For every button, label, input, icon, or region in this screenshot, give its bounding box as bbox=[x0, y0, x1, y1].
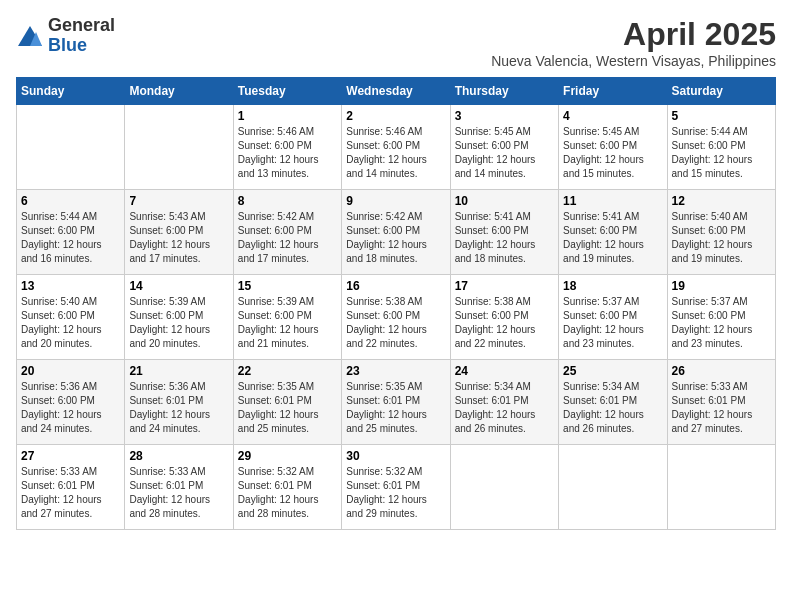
day-number: 15 bbox=[238, 279, 337, 293]
day-cell: 22Sunrise: 5:35 AMSunset: 6:01 PMDayligh… bbox=[233, 360, 341, 445]
day-info: Sunrise: 5:44 AMSunset: 6:00 PMDaylight:… bbox=[21, 210, 120, 266]
day-number: 3 bbox=[455, 109, 554, 123]
day-number: 13 bbox=[21, 279, 120, 293]
day-cell: 4Sunrise: 5:45 AMSunset: 6:00 PMDaylight… bbox=[559, 105, 667, 190]
day-cell bbox=[17, 105, 125, 190]
day-cell: 12Sunrise: 5:40 AMSunset: 6:00 PMDayligh… bbox=[667, 190, 775, 275]
day-info: Sunrise: 5:45 AMSunset: 6:00 PMDaylight:… bbox=[563, 125, 662, 181]
day-of-week-sunday: Sunday bbox=[17, 78, 125, 105]
location-text: Nueva Valencia, Western Visayas, Philipp… bbox=[491, 53, 776, 69]
day-number: 30 bbox=[346, 449, 445, 463]
day-info: Sunrise: 5:46 AMSunset: 6:00 PMDaylight:… bbox=[346, 125, 445, 181]
day-number: 10 bbox=[455, 194, 554, 208]
week-row-1: 1Sunrise: 5:46 AMSunset: 6:00 PMDaylight… bbox=[17, 105, 776, 190]
day-info: Sunrise: 5:40 AMSunset: 6:00 PMDaylight:… bbox=[21, 295, 120, 351]
logo-blue-text: Blue bbox=[48, 35, 87, 55]
day-of-week-wednesday: Wednesday bbox=[342, 78, 450, 105]
day-number: 5 bbox=[672, 109, 771, 123]
day-cell bbox=[450, 445, 558, 530]
day-cell: 6Sunrise: 5:44 AMSunset: 6:00 PMDaylight… bbox=[17, 190, 125, 275]
page-header: General Blue April 2025 Nueva Valencia, … bbox=[16, 16, 776, 69]
day-number: 6 bbox=[21, 194, 120, 208]
day-cell: 29Sunrise: 5:32 AMSunset: 6:01 PMDayligh… bbox=[233, 445, 341, 530]
day-info: Sunrise: 5:36 AMSunset: 6:00 PMDaylight:… bbox=[21, 380, 120, 436]
day-cell: 16Sunrise: 5:38 AMSunset: 6:00 PMDayligh… bbox=[342, 275, 450, 360]
day-number: 22 bbox=[238, 364, 337, 378]
day-number: 1 bbox=[238, 109, 337, 123]
day-info: Sunrise: 5:46 AMSunset: 6:00 PMDaylight:… bbox=[238, 125, 337, 181]
day-cell: 15Sunrise: 5:39 AMSunset: 6:00 PMDayligh… bbox=[233, 275, 341, 360]
day-info: Sunrise: 5:33 AMSunset: 6:01 PMDaylight:… bbox=[672, 380, 771, 436]
day-number: 7 bbox=[129, 194, 228, 208]
title-block: April 2025 Nueva Valencia, Western Visay… bbox=[491, 16, 776, 69]
day-info: Sunrise: 5:39 AMSunset: 6:00 PMDaylight:… bbox=[238, 295, 337, 351]
day-number: 8 bbox=[238, 194, 337, 208]
day-info: Sunrise: 5:41 AMSunset: 6:00 PMDaylight:… bbox=[455, 210, 554, 266]
day-info: Sunrise: 5:32 AMSunset: 6:01 PMDaylight:… bbox=[238, 465, 337, 521]
day-of-week-friday: Friday bbox=[559, 78, 667, 105]
logo-general-text: General bbox=[48, 15, 115, 35]
day-number: 18 bbox=[563, 279, 662, 293]
header-row: SundayMondayTuesdayWednesdayThursdayFrid… bbox=[17, 78, 776, 105]
day-number: 14 bbox=[129, 279, 228, 293]
day-cell: 28Sunrise: 5:33 AMSunset: 6:01 PMDayligh… bbox=[125, 445, 233, 530]
week-row-3: 13Sunrise: 5:40 AMSunset: 6:00 PMDayligh… bbox=[17, 275, 776, 360]
day-number: 23 bbox=[346, 364, 445, 378]
day-cell: 1Sunrise: 5:46 AMSunset: 6:00 PMDaylight… bbox=[233, 105, 341, 190]
day-info: Sunrise: 5:43 AMSunset: 6:00 PMDaylight:… bbox=[129, 210, 228, 266]
day-info: Sunrise: 5:37 AMSunset: 6:00 PMDaylight:… bbox=[563, 295, 662, 351]
day-number: 19 bbox=[672, 279, 771, 293]
day-cell: 19Sunrise: 5:37 AMSunset: 6:00 PMDayligh… bbox=[667, 275, 775, 360]
day-info: Sunrise: 5:36 AMSunset: 6:01 PMDaylight:… bbox=[129, 380, 228, 436]
week-row-4: 20Sunrise: 5:36 AMSunset: 6:00 PMDayligh… bbox=[17, 360, 776, 445]
day-info: Sunrise: 5:40 AMSunset: 6:00 PMDaylight:… bbox=[672, 210, 771, 266]
day-cell: 21Sunrise: 5:36 AMSunset: 6:01 PMDayligh… bbox=[125, 360, 233, 445]
day-info: Sunrise: 5:34 AMSunset: 6:01 PMDaylight:… bbox=[563, 380, 662, 436]
day-of-week-tuesday: Tuesday bbox=[233, 78, 341, 105]
day-number: 17 bbox=[455, 279, 554, 293]
day-info: Sunrise: 5:42 AMSunset: 6:00 PMDaylight:… bbox=[346, 210, 445, 266]
day-cell bbox=[125, 105, 233, 190]
day-number: 20 bbox=[21, 364, 120, 378]
day-info: Sunrise: 5:38 AMSunset: 6:00 PMDaylight:… bbox=[455, 295, 554, 351]
day-number: 21 bbox=[129, 364, 228, 378]
day-cell: 23Sunrise: 5:35 AMSunset: 6:01 PMDayligh… bbox=[342, 360, 450, 445]
day-cell: 10Sunrise: 5:41 AMSunset: 6:00 PMDayligh… bbox=[450, 190, 558, 275]
logo: General Blue bbox=[16, 16, 115, 56]
day-info: Sunrise: 5:34 AMSunset: 6:01 PMDaylight:… bbox=[455, 380, 554, 436]
day-number: 26 bbox=[672, 364, 771, 378]
day-number: 27 bbox=[21, 449, 120, 463]
day-cell: 7Sunrise: 5:43 AMSunset: 6:00 PMDaylight… bbox=[125, 190, 233, 275]
day-cell: 27Sunrise: 5:33 AMSunset: 6:01 PMDayligh… bbox=[17, 445, 125, 530]
day-of-week-monday: Monday bbox=[125, 78, 233, 105]
day-info: Sunrise: 5:38 AMSunset: 6:00 PMDaylight:… bbox=[346, 295, 445, 351]
day-number: 28 bbox=[129, 449, 228, 463]
day-info: Sunrise: 5:45 AMSunset: 6:00 PMDaylight:… bbox=[455, 125, 554, 181]
day-number: 11 bbox=[563, 194, 662, 208]
day-info: Sunrise: 5:35 AMSunset: 6:01 PMDaylight:… bbox=[238, 380, 337, 436]
day-number: 29 bbox=[238, 449, 337, 463]
day-cell: 11Sunrise: 5:41 AMSunset: 6:00 PMDayligh… bbox=[559, 190, 667, 275]
day-number: 16 bbox=[346, 279, 445, 293]
day-cell: 13Sunrise: 5:40 AMSunset: 6:00 PMDayligh… bbox=[17, 275, 125, 360]
day-info: Sunrise: 5:35 AMSunset: 6:01 PMDaylight:… bbox=[346, 380, 445, 436]
day-cell: 3Sunrise: 5:45 AMSunset: 6:00 PMDaylight… bbox=[450, 105, 558, 190]
day-cell: 26Sunrise: 5:33 AMSunset: 6:01 PMDayligh… bbox=[667, 360, 775, 445]
day-info: Sunrise: 5:33 AMSunset: 6:01 PMDaylight:… bbox=[21, 465, 120, 521]
month-title: April 2025 bbox=[491, 16, 776, 53]
logo-icon bbox=[16, 22, 44, 50]
day-cell: 24Sunrise: 5:34 AMSunset: 6:01 PMDayligh… bbox=[450, 360, 558, 445]
day-info: Sunrise: 5:39 AMSunset: 6:00 PMDaylight:… bbox=[129, 295, 228, 351]
day-cell: 14Sunrise: 5:39 AMSunset: 6:00 PMDayligh… bbox=[125, 275, 233, 360]
day-cell: 18Sunrise: 5:37 AMSunset: 6:00 PMDayligh… bbox=[559, 275, 667, 360]
calendar-table: SundayMondayTuesdayWednesdayThursdayFrid… bbox=[16, 77, 776, 530]
day-number: 2 bbox=[346, 109, 445, 123]
day-info: Sunrise: 5:41 AMSunset: 6:00 PMDaylight:… bbox=[563, 210, 662, 266]
day-info: Sunrise: 5:44 AMSunset: 6:00 PMDaylight:… bbox=[672, 125, 771, 181]
day-cell: 20Sunrise: 5:36 AMSunset: 6:00 PMDayligh… bbox=[17, 360, 125, 445]
day-number: 24 bbox=[455, 364, 554, 378]
day-number: 9 bbox=[346, 194, 445, 208]
week-row-5: 27Sunrise: 5:33 AMSunset: 6:01 PMDayligh… bbox=[17, 445, 776, 530]
day-info: Sunrise: 5:33 AMSunset: 6:01 PMDaylight:… bbox=[129, 465, 228, 521]
day-number: 12 bbox=[672, 194, 771, 208]
